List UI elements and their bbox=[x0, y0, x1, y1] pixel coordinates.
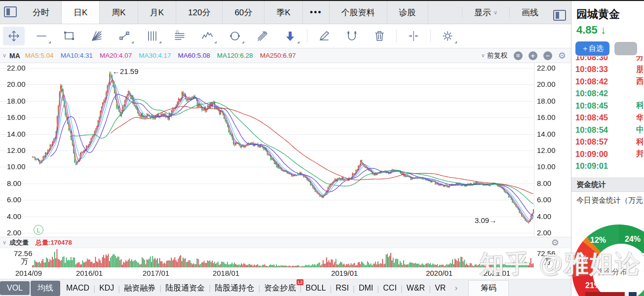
indicator-tab-陆股通资金[interactable]: 陆股通资金| bbox=[160, 281, 210, 296]
display-menu[interactable]: 显示 ∨ bbox=[462, 7, 509, 18]
zoom-out-button[interactable]: － bbox=[543, 51, 552, 60]
indicator-tab-MACD[interactable]: MACD| bbox=[61, 282, 94, 295]
volume-chart[interactable]: 72.56万 72.56万 bbox=[0, 249, 571, 267]
settings-tool-icon[interactable] bbox=[437, 27, 458, 45]
horizontal-adjust-tool-icon[interactable] bbox=[403, 27, 424, 45]
price-tick-left: 10.00 bbox=[7, 162, 26, 172]
tick-row[interactable]: 10:09:01 bbox=[571, 160, 644, 173]
indicator-tab-RSI[interactable]: RSI| bbox=[331, 282, 354, 295]
panel-toggle-icon[interactable] bbox=[4, 6, 17, 17]
magnet-tool-icon[interactable] bbox=[341, 27, 363, 45]
price-tick-right: 6.00 bbox=[537, 195, 551, 205]
indicator-tab-VR[interactable]: VR bbox=[430, 282, 451, 295]
trash-tool-icon[interactable] bbox=[369, 27, 390, 45]
indicator-tab-KDJ[interactable]: KDJ| bbox=[94, 282, 119, 295]
indicator-tab-资金抄底[interactable]: 资金抄底L2| bbox=[259, 281, 301, 296]
segment-tool-icon[interactable] bbox=[114, 27, 135, 45]
tab-60分[interactable]: 60分 bbox=[223, 1, 265, 24]
price-tick-right: 20.00 bbox=[537, 79, 556, 89]
indicator-tab-均线[interactable]: 均线 bbox=[31, 281, 60, 296]
add-watchlist-button[interactable]: ＋自选 bbox=[575, 41, 609, 56]
tick-row[interactable]: 10:08:54中 bbox=[571, 124, 644, 136]
ma-values: MA5:5.04MA10:4.31MA20:4.07MA30:4.17MA60:… bbox=[25, 52, 303, 59]
toolbar-divider bbox=[396, 30, 397, 42]
tab-分时[interactable]: 分时 bbox=[21, 1, 62, 24]
clipped-content bbox=[629, 292, 637, 296]
ma-value-6: MA250:6.97 bbox=[260, 52, 296, 59]
tab-120分[interactable]: 120分 bbox=[176, 1, 223, 24]
tick-time: 10:09:01 bbox=[575, 161, 608, 171]
tab-more[interactable]: ••• bbox=[303, 1, 330, 24]
indicator-tabbar: VOL均线MACD|KDJ|融资融券|陆股通资金|陆股通持仓|资金抄底L2|BO… bbox=[0, 279, 571, 296]
candlestick-chart[interactable]: 22.0022.0020.0020.0018.0018.0016.0016.00… bbox=[0, 63, 571, 237]
chevron-down-icon: ∨ bbox=[481, 52, 485, 59]
ma-value-0: MA5:5.04 bbox=[25, 52, 54, 59]
move-tool-icon[interactable] bbox=[3, 27, 25, 45]
indicator-tab-融资融券[interactable]: 融资融券| bbox=[119, 281, 160, 296]
stock-price: 4.85 ↓ bbox=[571, 23, 644, 40]
wave-tool-icon[interactable] bbox=[196, 27, 218, 45]
more-indicators-chevron[interactable]: › bbox=[451, 283, 461, 293]
price-tick-right: 18.00 bbox=[537, 96, 556, 106]
text-note-tool-icon[interactable]: G bbox=[169, 27, 190, 45]
gear-icon[interactable]: ⚙ bbox=[558, 50, 566, 61]
high-annotation: ←21.59 bbox=[113, 67, 139, 75]
clipped-content bbox=[585, 292, 625, 296]
tick-row[interactable]: 10:08:45科 bbox=[571, 100, 644, 112]
gann-fan-tool-icon[interactable] bbox=[86, 27, 108, 45]
cycle-tool-icon[interactable] bbox=[224, 27, 246, 45]
tick-list[interactable]: 10:08:30分10:08:33朋10:08:42西10:08:4210:08… bbox=[571, 56, 644, 178]
ma-label: MA bbox=[9, 52, 20, 60]
tick-row[interactable]: 10:08:33朋 bbox=[571, 64, 644, 76]
collapse-chevron-icon[interactable]: ∨ bbox=[2, 52, 6, 59]
vertical-lines-tool-icon[interactable] bbox=[141, 27, 163, 45]
adjust-mode-selector[interactable]: 前复权 bbox=[487, 51, 508, 60]
tick-row[interactable]: 10:08:30分 bbox=[571, 56, 644, 64]
price-tick-left: 22.00 bbox=[7, 63, 26, 73]
rectangle-tool-icon[interactable] bbox=[58, 27, 80, 45]
volume-axis-left: 72.56万 bbox=[14, 250, 33, 265]
draw-line-button[interactable]: 画线 bbox=[509, 7, 550, 18]
funds-section-header: 资金统计 bbox=[571, 178, 644, 192]
zoom-in-button[interactable]: ＋ bbox=[529, 51, 537, 60]
collapse-chevron-icon[interactable]: ∨ bbox=[2, 239, 6, 246]
price-tick-right: 8.00 bbox=[537, 179, 551, 188]
stock-name: 园城黄金 bbox=[571, 1, 644, 23]
sidebar-toggle-icon[interactable] bbox=[553, 10, 566, 21]
indicator-tab-W&R[interactable]: W&R| bbox=[402, 282, 430, 295]
tick-name-clipped: 分 bbox=[636, 56, 643, 63]
tick-time: 10:08:57 bbox=[575, 137, 608, 147]
indicator-menu-button[interactable]: ≡ bbox=[514, 51, 523, 60]
trendline-tool-icon[interactable] bbox=[31, 27, 52, 45]
price-tick-left: 2.00 bbox=[7, 228, 21, 238]
price-tick-left: 18.00 bbox=[7, 96, 26, 106]
chip-tab-筹码[interactable]: 筹码 bbox=[468, 280, 509, 296]
arrow-mark-tool-icon[interactable] bbox=[279, 27, 301, 45]
tick-time: 10:08:42 bbox=[575, 89, 608, 98]
indicator-tab-陆股通持仓[interactable]: 陆股通持仓| bbox=[210, 281, 259, 296]
tab-个股资料[interactable]: 个股资料 bbox=[330, 1, 387, 24]
tick-row[interactable]: 10:09:00邦 bbox=[571, 148, 644, 160]
indicator-tab-VOL[interactable]: VOL bbox=[0, 281, 30, 295]
tick-row[interactable]: 10:08:57科 bbox=[571, 136, 644, 148]
tab-周K[interactable]: 周K bbox=[100, 1, 138, 24]
indicator-tab-DMI[interactable]: DMI| bbox=[354, 282, 378, 295]
tab-日K[interactable]: 日K bbox=[62, 1, 100, 24]
pitchfork-tool-icon[interactable] bbox=[252, 27, 273, 45]
tick-row[interactable]: 10:08:42西 bbox=[571, 75, 644, 88]
tab-月K[interactable]: 月K bbox=[138, 1, 176, 24]
secondary-button[interactable] bbox=[614, 42, 637, 55]
price-tick-right: 2.00 bbox=[537, 228, 551, 238]
pie-slice-label: 21% bbox=[585, 281, 601, 290]
indicator-tab-BOLL[interactable]: BOLL| bbox=[301, 282, 331, 295]
tick-name-clipped: 西 bbox=[636, 76, 643, 87]
tick-row[interactable]: 10:08:42 bbox=[571, 88, 644, 100]
tab-季K[interactable]: 季K bbox=[265, 1, 303, 24]
trading-app: 分时日K周K月K120分60分季K•••个股资料诊股 显示 ∨ 画线 G ∨ M… bbox=[0, 0, 644, 296]
tab-诊股[interactable]: 诊股 bbox=[387, 1, 428, 24]
indicator-tab-CCI[interactable]: CCI| bbox=[378, 282, 402, 295]
tick-row[interactable]: 10:08:45华 bbox=[571, 112, 644, 124]
gear-icon[interactable]: ⚙ bbox=[551, 237, 559, 248]
price-tick-right: 4.00 bbox=[537, 212, 551, 222]
pencil-tool-icon[interactable] bbox=[313, 27, 335, 45]
